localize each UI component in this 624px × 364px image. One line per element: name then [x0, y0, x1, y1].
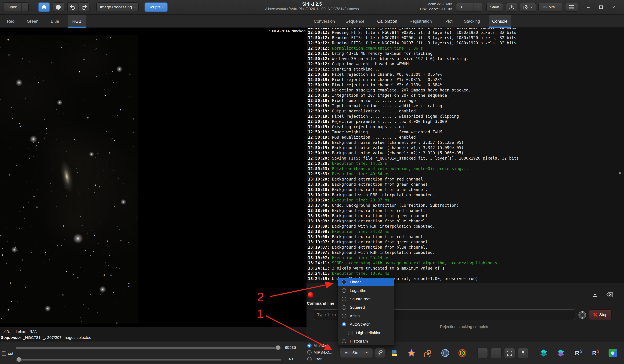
console-panel[interactable]: 12:50:12: Reading FITS: file r_NGC7814_0…	[307, 28, 624, 283]
save-button[interactable]: Save	[486, 3, 503, 12]
threads-value[interactable]: 16	[456, 3, 466, 12]
open-button[interactable]: Open	[3, 2, 22, 12]
radio-icon[interactable]	[342, 314, 346, 318]
registration-blue-button[interactable]: R	[572, 347, 583, 359]
link-channels-button[interactable]	[375, 348, 385, 358]
tab-conversion[interactable]: Conversion	[311, 15, 338, 28]
resource-info: Mem: 223.8 MiB Disk Space: 19.1 GiB	[410, 1, 452, 12]
zoom-in-button[interactable]: +	[491, 348, 501, 358]
star-tool-button[interactable]	[406, 347, 417, 359]
pin-view-button[interactable]	[518, 348, 528, 358]
console-line: 13:18:09: Background extraction from gre…	[308, 214, 624, 219]
display-mode-minmax[interactable]: Min/Max	[307, 343, 328, 348]
stretch-mode-dropdown[interactable]: AutoStretch ▾	[339, 348, 373, 358]
command-line-label: Command line	[307, 301, 334, 306]
layers-tool-button[interactable]	[538, 347, 549, 359]
header-bar: Open ▾ Image Processing▾ Scripts▾ Siril-…	[0, 0, 624, 15]
radio-icon[interactable]	[342, 339, 346, 343]
minimize-button[interactable]: –	[584, 3, 593, 11]
scripts-button[interactable]: Scripts▾	[145, 2, 168, 12]
layers-alt-tool-button[interactable]	[555, 347, 566, 359]
redo-button[interactable]	[79, 2, 89, 12]
high-cut-slider-handle[interactable]	[275, 345, 281, 350]
pin-icon	[521, 350, 525, 356]
menu-item-logarithm[interactable]: Logarithm	[338, 286, 394, 295]
image-processing-button[interactable]: Image Processing▾	[96, 2, 138, 12]
display-mode-user[interactable]: User	[307, 357, 321, 362]
hamburger-menu-button[interactable]	[565, 3, 578, 12]
tab-stacking[interactable]: Stacking	[461, 15, 483, 28]
open-caret-icon[interactable]: ▾	[22, 2, 29, 12]
registration-red-button[interactable]: R	[589, 347, 600, 359]
cut-checkbox[interactable]	[1, 351, 6, 356]
undo-button[interactable]	[67, 2, 78, 12]
menu-item-histogram[interactable]: Histogram	[338, 337, 394, 345]
radio-icon[interactable]	[342, 305, 346, 310]
tab-blue[interactable]: Blue	[47, 15, 63, 28]
photometry-button[interactable]	[457, 347, 468, 359]
console-line: 13:10:20: Background with RBF interpolat…	[308, 193, 624, 198]
checkbox-icon[interactable]	[348, 331, 352, 335]
high-cut-value: 65535	[285, 345, 296, 350]
radio-icon[interactable]	[307, 350, 312, 355]
home-button[interactable]	[38, 2, 50, 12]
maximize-button[interactable]	[597, 3, 605, 11]
radio-icon[interactable]	[307, 357, 312, 361]
aperture-tool-button[interactable]	[607, 347, 619, 359]
python-button[interactable]	[389, 347, 400, 359]
menu-item-linear[interactable]: Linear	[338, 278, 394, 286]
snapshot-button[interactable]: ▾	[520, 3, 536, 12]
display-mode-mips-label: MIPS-LO...	[314, 350, 332, 355]
threads-spinner[interactable]: 16 − +	[456, 3, 482, 12]
deconvolution-button[interactable]	[423, 347, 434, 359]
tab-console[interactable]: Console	[489, 15, 511, 28]
command-options-button[interactable]	[578, 311, 587, 319]
display-mode-mips[interactable]: MIPS-LO...	[307, 350, 332, 355]
menu-item-label: AutoStretch	[350, 322, 371, 327]
menu-item-square-root[interactable]: Square root	[338, 295, 394, 303]
record-button[interactable]	[52, 2, 64, 12]
stop-button[interactable]: Stop	[589, 309, 612, 320]
registration-r-red-icon: R	[590, 348, 600, 358]
menu-item-high-definition[interactable]: High definition	[338, 329, 394, 337]
console-line: 12:50:19: Pixel combination ......... av…	[308, 98, 624, 103]
tab-rgb[interactable]: RGB	[68, 15, 86, 28]
tab-plot[interactable]: Plot	[441, 15, 457, 28]
chevron-down-icon: ▾	[162, 6, 164, 9]
console-line: 12:50:19: Integration of 207 images on 2…	[308, 93, 624, 98]
fit-to-window-button[interactable]	[504, 348, 515, 358]
threads-decrement-button[interactable]: −	[466, 3, 474, 12]
tab-green[interactable]: Green	[23, 15, 42, 28]
low-cut-slider-track[interactable]	[16, 359, 281, 361]
radio-icon[interactable]	[342, 280, 346, 284]
export-button[interactable]	[506, 3, 518, 12]
radio-icon[interactable]	[342, 322, 346, 326]
radio-icon[interactable]	[307, 343, 312, 348]
tab-sequence[interactable]: Sequence	[343, 15, 367, 28]
disk-label: Disk Space: 19.1 GiB	[410, 7, 452, 12]
zoom-out-button[interactable]: −	[477, 348, 488, 358]
stretch-mode-value: AutoStretch	[345, 351, 364, 355]
open-split-button[interactable]: Open ▾	[3, 2, 29, 12]
low-cut-slider-handle[interactable]	[16, 357, 22, 362]
tab-calibration[interactable]: Calibration	[374, 15, 400, 28]
tab-red[interactable]: Red	[3, 15, 18, 28]
high-cut-slider-track[interactable]	[16, 347, 281, 349]
download-icon	[592, 291, 598, 297]
close-button[interactable]: ×	[609, 3, 618, 11]
panel-expand-icon[interactable]: ▶	[619, 171, 623, 176]
bit-depth-dropdown[interactable]: 32 bits▾	[538, 3, 562, 12]
radio-icon[interactable]	[342, 297, 346, 301]
clear-log-button[interactable]	[604, 290, 615, 299]
threads-increment-button[interactable]: +	[474, 3, 482, 12]
record-status-icon	[308, 292, 313, 298]
menu-item-asinh[interactable]: Asinh	[338, 312, 394, 320]
image-canvas[interactable]	[0, 35, 138, 323]
astrometry-button[interactable]	[440, 347, 451, 359]
tab-registration[interactable]: Registration	[406, 15, 436, 28]
console-line: 13:18:09: Background extraction from blu…	[308, 219, 624, 224]
export-log-button[interactable]	[590, 290, 600, 299]
menu-item-autostretch[interactable]: AutoStretch	[338, 320, 394, 329]
radio-icon[interactable]	[342, 289, 346, 293]
menu-item-squared[interactable]: Squared	[338, 303, 394, 312]
